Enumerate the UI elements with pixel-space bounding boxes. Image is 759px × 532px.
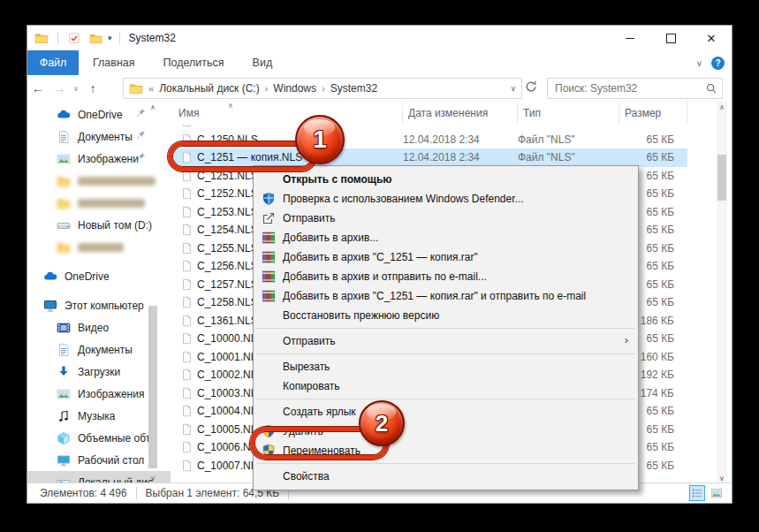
breadcrumb-overflow[interactable]: «	[145, 83, 157, 94]
menu-item-свойства[interactable]: Свойства	[254, 467, 637, 486]
file-page-icon	[180, 368, 193, 382]
caption-buttons: ✕	[610, 26, 732, 50]
document-icon	[57, 130, 71, 144]
winrar-icon	[262, 270, 276, 284]
details-view-button[interactable]	[689, 485, 705, 501]
window-title: System32	[129, 32, 176, 44]
menu-item-проверка-с-использованием-windows-defender[interactable]: Проверка с использованием Windows Defend…	[254, 189, 637, 209]
no-icon	[262, 360, 276, 374]
properties-check-icon[interactable]	[65, 29, 83, 47]
recent-locations-icon[interactable]: ∨	[70, 85, 82, 93]
breadcrumb-chevron-icon[interactable]: ›	[318, 83, 329, 94]
address-box[interactable]: « Локальный диск (C:)›Windows›System32 ∨	[123, 78, 522, 99]
pin-icon	[135, 107, 148, 119]
onedrive-cloud-icon	[57, 108, 71, 122]
ribbon-tabs: Файл ГлавнаяПоделитьсяВид ∨ ?	[27, 50, 732, 76]
breadcrumb-chevron-icon[interactable]: ›	[262, 83, 272, 94]
chevron-down-icon[interactable]: ▾	[108, 34, 112, 42]
menu-item-отправить[interactable]: Отправить›	[254, 331, 637, 351]
search-input[interactable]	[548, 81, 701, 95]
ribbon-collapse-icon[interactable]: ∨	[696, 58, 702, 68]
menu-item-добавить-в-архив-c-1251-копия-rar[interactable]: Добавить в архив "C_1251 — копия.rar"	[254, 247, 637, 267]
close-button[interactable]: ✕	[691, 26, 732, 50]
tab-view[interactable]: Вид	[239, 50, 287, 75]
search-icon[interactable]	[701, 82, 722, 95]
sidebar-item-label: Объемные объ	[78, 432, 152, 445]
3d-objects-icon	[57, 431, 71, 445]
sidebar-item-label: Музыка	[78, 410, 115, 422]
column-header-type[interactable]: Тип	[518, 102, 619, 125]
tab-file[interactable]: Файл	[27, 50, 79, 75]
menu-item-label: Добавить в архив "C_1251 — копия.rar"	[283, 251, 478, 263]
menu-item-label: Вырезать	[283, 361, 330, 373]
column-headers: Имя∧Дата измененияТипРазмер	[173, 102, 703, 125]
breadcrumb-segment[interactable]: Локальный диск (C:)	[157, 82, 262, 95]
menu-item-label: Открыть с помощью	[283, 173, 392, 186]
file-size-cell: 65 КБ	[619, 133, 687, 146]
file-page-icon	[180, 314, 193, 328]
up-arrow-icon[interactable]: ↑	[82, 81, 103, 95]
menu-item-label: Добавить в архив...	[283, 232, 378, 244]
menu-item-открыть-с-помощью[interactable]: Открыть с помощью	[254, 170, 637, 189]
file-name-label: C_1258.NLS	[197, 296, 258, 308]
file-date-cell: 12.04.2018 2:34	[403, 133, 518, 146]
menu-item-добавить-в-архив-c-1251-копия-rar-и-отправить-по-e-mail[interactable]: Добавить в архив "C_1251 — копия.rar" и …	[254, 286, 637, 306]
no-icon	[262, 379, 276, 393]
menu-item-копировать[interactable]: Копировать	[254, 376, 637, 396]
file-page-icon	[180, 295, 193, 309]
onedrive-cloud-icon	[43, 270, 57, 284]
winrar-icon	[262, 289, 276, 303]
scroll-up-icon[interactable]: ∧	[717, 102, 727, 114]
sidebar-item-label: Изображени	[78, 153, 139, 165]
explorer-folder-icon	[33, 29, 50, 47]
sidebar-item-label: OneDrive	[65, 270, 110, 283]
annotation-badge-step1: 1	[295, 115, 345, 164]
column-header-name[interactable]: Имя∧	[173, 102, 403, 125]
minimize-button[interactable]	[610, 26, 650, 50]
menu-item-label: Проверка с использованием Windows Defend…	[283, 193, 524, 205]
new-folder-icon[interactable]	[87, 29, 104, 47]
breadcrumb-segment[interactable]: System32	[329, 82, 379, 95]
menu-item-восстановить-прежнюю-версию[interactable]: Восстановить прежнюю версию	[254, 306, 637, 325]
blurred-item-content	[57, 196, 145, 210]
sidebar-item-label: Документы	[78, 344, 133, 356]
column-header-date[interactable]: Дата изменения	[403, 102, 518, 125]
column-header-size[interactable]: Размер	[619, 102, 687, 125]
menu-item-добавить-в-архив-и-отправить-по-e-mail[interactable]: Добавить в архив и отправить по e-mail..…	[254, 267, 637, 286]
menu-item-создать-ярлык[interactable]: Создать ярлык	[254, 402, 637, 422]
folder-icon	[57, 240, 71, 255]
back-arrow-icon[interactable]: ←	[27, 81, 49, 95]
pin-icon	[135, 151, 148, 163]
annotation-badge-step2: 2	[359, 400, 405, 446]
blurred-label	[78, 199, 145, 208]
refresh-icon[interactable]	[524, 80, 540, 97]
pin-icon	[135, 129, 148, 141]
drive-icon	[57, 218, 71, 232]
annotation-number: 1	[313, 125, 327, 154]
menu-item-вырезать[interactable]: Вырезать	[254, 357, 637, 376]
scrollbar-thumb[interactable]	[717, 155, 726, 201]
file-page-icon	[180, 241, 193, 255]
menu-item-отправить[interactable]: Отправить	[254, 209, 637, 228]
no-icon	[262, 172, 276, 186]
share-icon	[262, 211, 276, 225]
file-name-label: C_1257.NLS	[197, 278, 258, 291]
scroll-up-icon[interactable]: ∧	[148, 102, 158, 114]
maximize-button[interactable]	[650, 26, 691, 50]
menu-item-label: Отправить	[283, 335, 336, 347]
thumbnails-view-button[interactable]	[709, 485, 725, 501]
sidebar-scrollbar[interactable]: ∧ ∨	[148, 102, 158, 485]
breadcrumb: Локальный диск (C:)›Windows›System32	[157, 82, 379, 95]
scrollbar-thumb[interactable]	[148, 306, 157, 468]
help-icon[interactable]: ?	[711, 57, 725, 70]
forward-arrow-icon[interactable]: →	[49, 81, 70, 95]
breadcrumb-segment[interactable]: Windows	[271, 82, 318, 95]
menu-item-добавить-в-архив[interactable]: Добавить в архив...	[254, 228, 637, 247]
tab-home[interactable]: Главная	[79, 50, 149, 75]
blurred-label	[78, 177, 156, 186]
list-scrollbar[interactable]: ∧ ∨	[717, 102, 727, 485]
tab-share[interactable]: Поделиться	[149, 50, 239, 75]
sidebar-item-label: Изображения	[78, 388, 144, 400]
no-icon	[262, 334, 276, 348]
address-dropdown-icon[interactable]: ∨	[510, 84, 516, 93]
